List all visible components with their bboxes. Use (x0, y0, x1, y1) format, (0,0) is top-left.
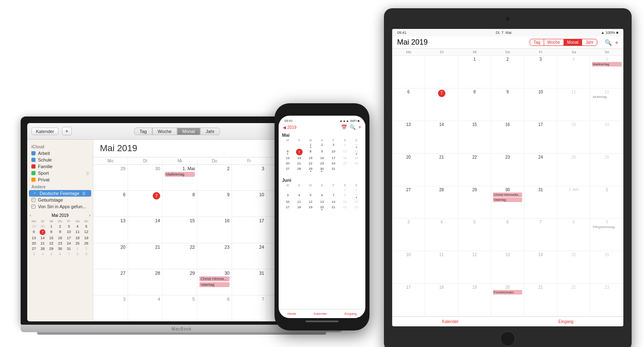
sidebar-item-privat[interactable]: Privat (27, 176, 93, 183)
mac-cal-cell[interactable]: 2 (197, 165, 232, 190)
sidebar-item-siri[interactable]: Von Siri in Apps gefun... (27, 203, 93, 210)
mac-cal-cell[interactable]: 7 (232, 295, 267, 321)
ipad-weeks: 1 2 3 4 5 Maifeiertag (392, 56, 623, 316)
feiertage-check (33, 191, 37, 195)
mac-cal-cell[interactable]: 23 (197, 243, 232, 269)
mac-cal-cell[interactable]: 15 (163, 217, 197, 242)
mac-view-woche[interactable]: Woche (152, 128, 177, 135)
ipad-search-icon[interactable]: 🔍 (605, 39, 612, 46)
iphone-inbox-icon[interactable]: 📅 (341, 124, 347, 130)
mac-cal-cell[interactable]: 16 (197, 217, 232, 242)
ipad-event-muttertag[interactable]: Muttertag (592, 95, 622, 99)
ipad-week: 3 4 5 6 7 8 9 Pfingstsonntag (392, 219, 623, 251)
arbeit-dot (31, 151, 36, 155)
mac-add-button[interactable]: + (62, 127, 72, 135)
iphone-juni-days: 1 2 3 4 5 6 7 8 9 10 11 12 13 (282, 187, 362, 211)
mac-cal-cell[interactable]: 20 (93, 243, 128, 269)
mac-cal-cell[interactable]: 27 (93, 269, 128, 295)
mac-cal-cell[interactable]: 6 (197, 295, 232, 321)
iphone-juni-dow: M D M D F S S (282, 183, 362, 187)
mac-sidebar: iCloud Arbeit Schule (27, 140, 93, 321)
icloud-label: iCloud (27, 143, 93, 150)
iphone-kalender-btn[interactable]: Kalender (314, 312, 327, 316)
mac-cal-cell[interactable]: 28 (128, 269, 163, 295)
mac-cal-cell[interactable]: 7 (128, 191, 163, 216)
sidebar-item-arbeit[interactable]: Arbeit (27, 150, 93, 157)
ipad-dow-row: Mo Di Mi Do Fr Sa So (392, 49, 623, 56)
ipad-eingang-btn[interactable]: Eingang (558, 319, 573, 324)
sidebar-item-sport[interactable]: Sport )) (27, 170, 93, 176)
iphone-eingang-btn[interactable]: Eingang (344, 312, 356, 316)
iphone-mai-days: 1 2 3 4 5 6 7 8 9 10 11 12 13 (282, 142, 362, 173)
ipad-week: 13 14 15 16 17 18 19 (392, 121, 623, 154)
mac-cal-cell[interactable]: 8 (163, 191, 197, 216)
mac-cal-cell[interactable]: 9 (197, 191, 232, 216)
mac-mini-calendar: ‹ Mai 2019 › Mo Di Mi Do (30, 213, 90, 257)
ipad-view-monat[interactable]: Monat (564, 39, 582, 45)
ipad-view-jahr[interactable]: Jahr (582, 39, 597, 45)
ipad-body: 09:41 Di. 7. Mai ▲ 100% ■ Mai 2019 Tag W… (384, 8, 632, 347)
ipad-event-maifeiertag[interactable]: Maifeiertag (592, 62, 622, 67)
mac-cal-cell[interactable]: 10 (232, 191, 267, 216)
mac-cal-cell[interactable]: 5 (163, 295, 197, 321)
ipad-event-vatertag[interactable]: Vatertag (493, 197, 522, 202)
mac-event-maifeiertag[interactable]: Maifeiertag (165, 172, 195, 177)
ipad-week: 17 18 19 20 Fronleichnam 21 22 23 (392, 284, 623, 316)
mac-view-monat[interactable]: Monat (177, 128, 201, 135)
iphone-juni-grid: Juni M D M D F S S (279, 176, 365, 213)
mac-event-vatertag[interactable]: Vatertag (199, 282, 230, 287)
ipad-week: 10 11 12 13 14 15 16 (392, 251, 623, 284)
iphone-mai-dow: M D M D F S S (282, 138, 362, 142)
ipad-home-button[interactable] (500, 331, 515, 346)
mac-cal-cell[interactable]: 1. Mai Maifeiertag (163, 165, 197, 190)
mac-cal-cell[interactable]: 30 Christi Himme... Vatertag (197, 269, 232, 295)
ipad-view-woche[interactable]: Woche (544, 39, 564, 45)
mini-cal-grid: Mo Di Mi Do Fr Sa So 29 (30, 219, 90, 257)
mini-cal-next[interactable]: › (89, 213, 90, 218)
mac-cal-cell[interactable]: 4 (128, 295, 163, 321)
sidebar-item-familie[interactable]: Familie (27, 163, 93, 170)
mac-view-tag[interactable]: Tag (134, 128, 152, 135)
ipad-month-title: Mai 2019 (397, 38, 530, 47)
mac-cal-cell[interactable]: 3 (93, 295, 128, 321)
iphone-add-icon[interactable]: + (358, 124, 361, 130)
ipad-cal-grid: Mo Di Mi Do Fr Sa So (392, 49, 623, 316)
mini-cal-prev[interactable]: ‹ (30, 213, 31, 218)
mac-cal-cell[interactable]: 17 (232, 217, 267, 242)
mac-cal-cell[interactable]: 24 (232, 243, 267, 269)
mac-cal-cell[interactable]: 29 (163, 269, 197, 295)
ipad-event-christi[interactable]: Christi Himmelfa... (493, 193, 522, 197)
ipad-add-icon[interactable]: + (615, 39, 618, 46)
ipad: 09:41 Di. 7. Mai ▲ 100% ■ Mai 2019 Tag W… (384, 8, 632, 347)
mac-cal-cell[interactable]: 30 (128, 165, 163, 190)
scene: Kalender + Tag Woche Monat Jahr 🔍 Suchen (0, 0, 644, 347)
mac-cal-cell[interactable]: 14 (128, 217, 163, 242)
ipad-status-bar: 09:41 Di. 7. Mai ▲ 100% ■ (392, 29, 623, 36)
mac-event-christi[interactable]: Christi Himme... (199, 276, 230, 281)
ipad-event-fronleichnam[interactable]: Fronleichnam (493, 290, 522, 295)
ipad-view-tag[interactable]: Tag (530, 39, 544, 45)
iphone-search-icon[interactable]: 🔍 (350, 124, 356, 130)
ipad-event-pfingst[interactable]: Pfingstsonntag (592, 225, 622, 229)
ipad-week: 1 2 3 4 5 Maifeiertag (392, 56, 623, 88)
mac-kalender-button[interactable]: Kalender (31, 128, 59, 135)
mac-cal-title: Mai 2019 (100, 143, 291, 154)
iphone-heute-btn[interactable]: Heute (287, 312, 296, 316)
mac-cal-cell[interactable]: 22 (163, 243, 197, 269)
iphone-mai-grid: Mai M D M D F S S 1 (279, 131, 365, 174)
mac-cal-cell[interactable]: 31 (232, 269, 267, 295)
iphone-screen: 09:41 ▲▲▲ WiFi ■ ◀ 2019 📅 🔍 + Mai (279, 116, 365, 318)
mac-cal-cell[interactable]: 3 (232, 165, 267, 190)
mac-cal-cell[interactable]: 13 (93, 217, 128, 242)
mac-view-jahr[interactable]: Jahr (200, 128, 220, 135)
sidebar-item-schule[interactable]: Schule (27, 157, 93, 163)
sidebar-item-deutsche-feiertage[interactable]: Deutsche Feiertage )) (29, 190, 91, 197)
ipad-kalender-btn[interactable]: Kalender (442, 319, 459, 324)
sidebar-item-geburtstage[interactable]: Geburtstage (27, 197, 93, 203)
familie-dot (31, 164, 36, 169)
mac-cal-cell[interactable]: 6 (93, 191, 128, 216)
iphone-calendar: 09:41 ▲▲▲ WiFi ■ ◀ 2019 📅 🔍 + Mai (279, 116, 365, 318)
iphone-back-btn[interactable]: ◀ 2019 (283, 125, 296, 130)
mac-cal-cell[interactable]: 29 (93, 165, 128, 190)
mac-cal-cell[interactable]: 21 (128, 243, 163, 269)
